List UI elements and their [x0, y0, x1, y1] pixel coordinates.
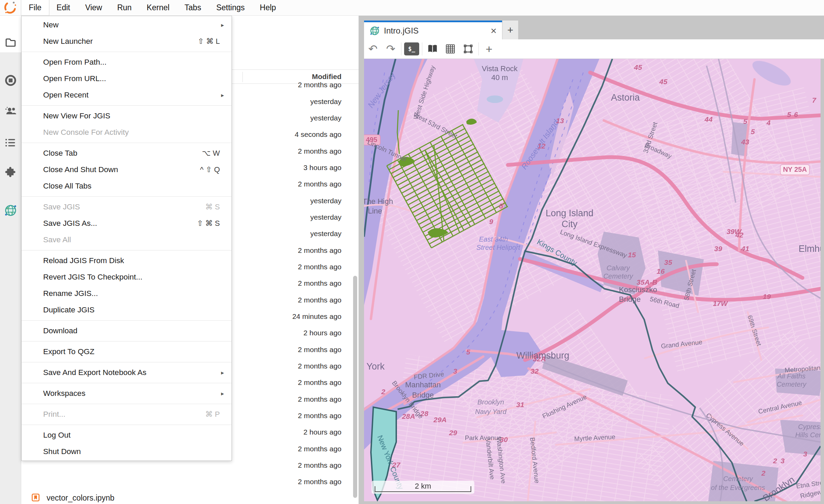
undo-icon: ↶ — [369, 43, 378, 54]
map-route-badge: NY 25A — [781, 165, 810, 175]
jgis-toolbar: ↶ ↷ $_ — [364, 39, 824, 59]
menu-item-reload-jgis-from-disk[interactable]: Reload JGIS From Disk — [22, 253, 232, 269]
menu-separator — [22, 105, 232, 106]
menu-item-new-console-for-activity[interactable]: New Console For Activity — [22, 124, 232, 141]
file-browser-icon[interactable] — [0, 33, 21, 52]
map-label: Long Island — [546, 208, 594, 218]
menubar-item-settings[interactable]: Settings — [209, 0, 252, 15]
map-label: 9 — [489, 218, 493, 225]
menu-item-open-from-url[interactable]: Open From URL... — [22, 70, 232, 87]
map-label: Cemetery — [777, 380, 807, 388]
map-label: 35 — [664, 258, 672, 266]
map-label: 16 — [657, 267, 665, 275]
menubar-item-file[interactable]: File — [21, 0, 49, 15]
map-label: 5 — [743, 117, 747, 125]
tab-title: Intro.jGIS — [384, 26, 490, 36]
menu-bar: FileEditViewRunKernelTabsSettingsHelp — [0, 0, 824, 16]
menubar-item-view[interactable]: View — [78, 0, 110, 15]
tab-intro-jgis[interactable]: Intro.jGIS × — [364, 21, 502, 39]
menu-separator — [22, 52, 232, 52]
menu-separator — [22, 320, 232, 321]
menu-item-save-jgis-as[interactable]: Save JGIS As...⇧ ⌘ S — [22, 215, 232, 232]
menu-item-open-recent[interactable]: Open Recent▸ — [22, 87, 232, 103]
map-label: 3 — [781, 457, 785, 465]
map-label: Hills Cemet — [795, 431, 821, 439]
map-label: 31 — [516, 401, 524, 409]
redo-button[interactable]: ↷ — [382, 39, 400, 59]
extension-manager-icon[interactable] — [0, 162, 21, 182]
map-label: Street Heliport — [476, 244, 521, 251]
map-label: Cemetery — [603, 272, 634, 280]
map-label: 41 — [741, 245, 749, 253]
menu-item-shut-down[interactable]: Shut Down — [22, 443, 232, 460]
menu-item-new[interactable]: New▸ — [22, 17, 232, 33]
plus-icon: + — [486, 43, 492, 55]
map-label: 43 — [741, 138, 749, 146]
map-label: East 34th — [479, 235, 508, 243]
menu-item-save-and-export-notebook-as[interactable]: Save And Export Notebook As▸ — [22, 364, 232, 381]
menu-item-close-and-shut-down[interactable]: Close And Shut Down^ ⇧ Q — [22, 161, 232, 178]
menu-separator — [22, 362, 232, 362]
svg-text:NY 25A: NY 25A — [783, 166, 807, 173]
menu-item-export-to-qgz[interactable]: Export To QGZ — [22, 344, 232, 360]
menu-item-save-all[interactable]: Save All — [22, 232, 232, 248]
menubar-item-kernel[interactable]: Kernel — [139, 0, 177, 15]
map-label: 40 m — [491, 73, 508, 82]
map-label: 3 — [453, 367, 457, 375]
menu-item-workspaces[interactable]: Workspaces▸ — [22, 385, 232, 402]
menu-item-rename-jgis[interactable]: Rename JGIS... — [22, 285, 232, 302]
menu-item-close-tab[interactable]: Close Tab⌥ W — [22, 145, 232, 161]
toolbar-separator — [478, 42, 479, 55]
menu-item-duplicate-jgis[interactable]: Duplicate JGIS — [22, 302, 232, 318]
collaboration-users-icon[interactable] — [0, 101, 21, 121]
menu-item-print[interactable]: Print...⌘ P — [22, 406, 232, 423]
file-browser-scrollbar[interactable] — [353, 276, 357, 498]
map-viewport[interactable]: New JerseyWest Side HighwayVista Rock40 … — [364, 59, 821, 501]
jupytergis-globe-icon[interactable] — [0, 201, 21, 220]
menu-item-log-out[interactable]: Log Out — [22, 427, 232, 443]
notebook-file-icon — [32, 493, 40, 503]
menu-item-close-all-tabs[interactable]: Close All Tabs — [22, 178, 232, 194]
grid-layer-button[interactable] — [441, 39, 459, 59]
map-label: 32 — [530, 367, 539, 375]
map-label: 32A — [533, 355, 546, 363]
map-label: Elmhurst — [799, 244, 821, 254]
map-label: City — [562, 219, 578, 229]
jupyter-logo-icon — [0, 0, 21, 15]
file-row-modified[interactable]: 2 months ago — [21, 474, 353, 490]
menu-item-download[interactable]: Download — [22, 323, 232, 339]
map-label: Cemetery — [723, 475, 753, 482]
menubar-item-help[interactable]: Help — [252, 0, 284, 15]
undo-button[interactable]: ↶ — [364, 39, 382, 59]
selection-icon — [463, 44, 473, 54]
menu-separator — [22, 196, 232, 197]
new-tab-button[interactable]: + — [502, 21, 518, 39]
map-label: Line — [368, 207, 382, 215]
menubar-item-edit[interactable]: Edit — [49, 0, 78, 15]
map-label: 44 — [704, 115, 713, 123]
menubar-item-tabs[interactable]: Tabs — [177, 0, 209, 15]
add-layer-button[interactable]: + — [480, 39, 498, 59]
console-button[interactable]: $_ — [403, 39, 421, 59]
scale-bar-label: 2 km — [372, 482, 474, 491]
basemap-button[interactable] — [424, 39, 441, 59]
map-canvas[interactable]: New JerseyWest Side HighwayVista Rock40 … — [364, 59, 821, 501]
map-label: 4 — [766, 119, 771, 127]
select-geometry-button[interactable] — [459, 39, 477, 59]
terminal-icon: $_ — [404, 42, 419, 55]
book-icon — [427, 44, 438, 54]
submenu-arrow-icon: ▸ — [221, 390, 224, 397]
tab-close-icon[interactable]: × — [490, 26, 497, 36]
menubar-item-run[interactable]: Run — [110, 0, 139, 15]
menu-item-new-launcher[interactable]: New Launcher⇧ ⌘ L — [22, 33, 232, 50]
menu-item-open-from-path[interactable]: Open From Path... — [22, 54, 232, 70]
table-of-contents-icon[interactable] — [0, 133, 21, 153]
menu-separator — [22, 383, 232, 383]
menu-item-save-jgis[interactable]: Save JGIS⌘ S — [22, 199, 232, 215]
menu-item-revert-jgis-to-checkpoint[interactable]: Revert JGIS To Checkpoint... — [22, 269, 232, 285]
menu-item-new-view-for-jgis[interactable]: New View For JGIS — [22, 108, 232, 124]
file-row-vector-colors[interactable]: vector_colors.ipynb — [21, 490, 353, 504]
running-kernels-icon[interactable] — [0, 70, 21, 90]
map-label: Cypress — [798, 423, 821, 430]
map-label: Brooklyn — [477, 398, 504, 406]
